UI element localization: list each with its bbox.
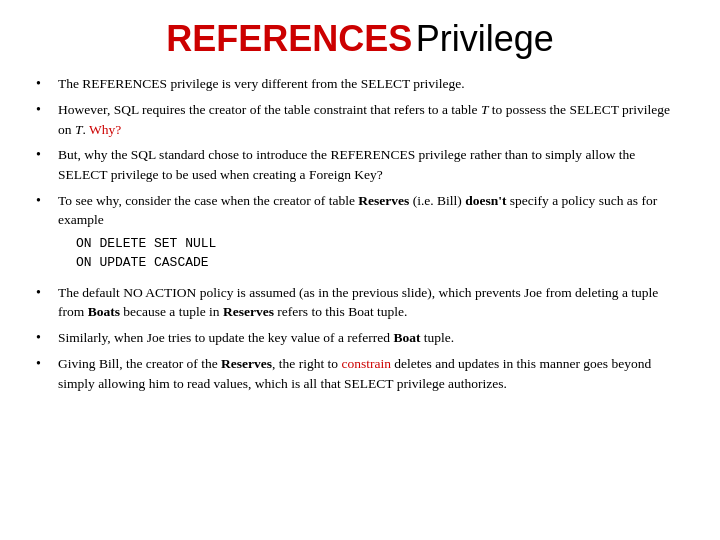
bullet-3: • (36, 145, 54, 165)
reserves-bold-2: Reserves (223, 304, 274, 319)
constrain-text: constrain (341, 356, 391, 371)
code-line-2: ON UPDATE CASCADE (76, 253, 216, 273)
list-item: • Similarly, when Joe tries to update th… (36, 328, 684, 348)
bullet-7-text: Giving Bill, the creator of the Reserves… (58, 354, 684, 393)
reserves-bold: Reserves (358, 193, 409, 208)
reserves-bold-3: Reserves (221, 356, 272, 371)
list-item: • The default NO ACTION policy is assume… (36, 283, 684, 322)
title-privilege: Privilege (416, 18, 554, 59)
boat-bold: Boat (393, 330, 420, 345)
code-block: ON DELETE SET NULL ON UPDATE CASCADE (76, 234, 216, 273)
bullet-6-text: Similarly, when Joe tries to update the … (58, 328, 684, 348)
bullet-3-text: But, why the SQL standard chose to intro… (58, 145, 684, 184)
bullet-7: • (36, 354, 54, 374)
page: REFERENCES Privilege • The REFERENCES pr… (0, 0, 720, 540)
code-line-1: ON DELETE SET NULL (76, 234, 216, 254)
italic-t2: T (75, 122, 83, 137)
bullet-5: • (36, 283, 54, 303)
doesnt-bold: doesn't (465, 193, 506, 208)
list-item: • But, why the SQL standard chose to int… (36, 145, 684, 184)
title-references: REFERENCES (166, 18, 412, 59)
bullet-2: • (36, 100, 54, 120)
why-text: Why? (89, 122, 121, 137)
bullet-1: • (36, 74, 54, 94)
bullet-6: • (36, 328, 54, 348)
list-item: • The REFERENCES privilege is very diffe… (36, 74, 684, 94)
bullet-4: • (36, 191, 54, 211)
list-item: • To see why, consider the case when the… (36, 191, 684, 277)
page-title: REFERENCES Privilege (36, 18, 684, 60)
bullet-5-text: The default NO ACTION policy is assumed … (58, 283, 684, 322)
bullet-2-text: However, SQL requires the creator of the… (58, 100, 684, 139)
content-area: • The REFERENCES privilege is very diffe… (36, 74, 684, 393)
bullet-1-text: The REFERENCES privilege is very differe… (58, 74, 684, 94)
list-item: • However, SQL requires the creator of t… (36, 100, 684, 139)
boats-bold: Boats (88, 304, 120, 319)
bullet-4-text: To see why, consider the case when the c… (58, 191, 684, 230)
italic-t1: T (481, 102, 489, 117)
bullet-list: • The REFERENCES privilege is very diffe… (36, 74, 684, 393)
list-item: • Giving Bill, the creator of the Reserv… (36, 354, 684, 393)
